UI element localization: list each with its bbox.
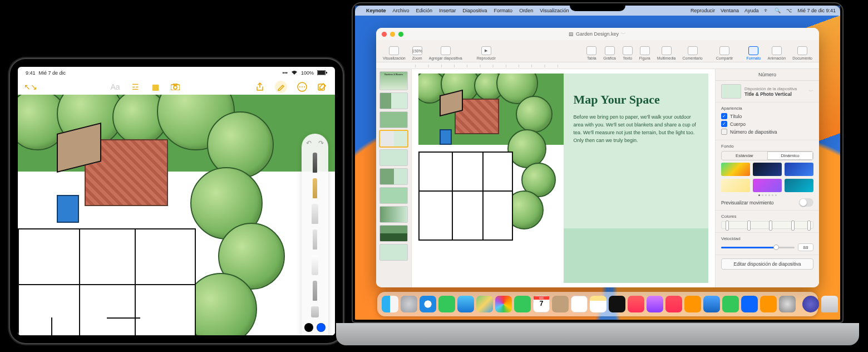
add-slide-button[interactable]: Agregar diapositiva	[427, 46, 465, 60]
color-blue[interactable]	[317, 323, 326, 332]
color-black[interactable]	[304, 323, 313, 332]
document-button[interactable]: Documento	[790, 46, 815, 60]
font-style-button[interactable]: Aa	[110, 82, 120, 92]
dock-music[interactable]	[628, 296, 644, 312]
dock-photos[interactable]	[495, 296, 512, 312]
menu-ayuda[interactable]: Ayuda	[744, 8, 758, 13]
seg-standard[interactable]: Estándar	[722, 151, 767, 160]
dock-launchpad[interactable]	[401, 296, 417, 312]
dock-safari[interactable]	[420, 296, 436, 312]
menu-archivo[interactable]: Archivo	[393, 8, 410, 13]
chevron-down-icon[interactable]: ﹀	[808, 88, 813, 95]
dock-appstore[interactable]	[703, 296, 720, 312]
slide-navigator[interactable]: Gardens & Blooms	[376, 69, 412, 287]
swatch-3[interactable]	[785, 163, 813, 176]
redo-icon[interactable]: ↷	[318, 139, 324, 147]
shape-button[interactable]: Figura	[637, 46, 653, 60]
markup-icon[interactable]	[275, 81, 287, 93]
dock-news[interactable]	[665, 296, 682, 312]
slide-thumb-4[interactable]	[379, 130, 408, 147]
share-icon[interactable]	[255, 82, 265, 92]
eraser-tool[interactable]	[312, 255, 318, 275]
speed-slider[interactable]	[721, 247, 795, 248]
slide-thumb-5[interactable]	[379, 149, 408, 166]
slide-thumb-9[interactable]	[379, 225, 408, 242]
dock-settings[interactable]	[779, 296, 796, 312]
menu-diapositiva[interactable]: Diapositiva	[463, 8, 487, 13]
lasso-tool[interactable]	[313, 281, 317, 301]
menu-ventana[interactable]: Ventana	[721, 8, 739, 13]
slide-heading[interactable]: Map Your Space	[574, 92, 699, 107]
spotlight-icon[interactable]: 🔍	[775, 8, 781, 13]
menu-insertar[interactable]: Insertar	[439, 8, 456, 13]
close-icon[interactable]	[382, 32, 387, 37]
share-button[interactable]: Compartir	[714, 46, 736, 60]
notes-canvas[interactable]: ↶ ↷ ✚	[18, 95, 335, 335]
dock-books[interactable]	[684, 296, 701, 312]
title-checkbox[interactable]: ✓	[721, 113, 727, 119]
slide-thumb-1[interactable]: Gardens & Blooms	[379, 71, 408, 90]
ruler-tool[interactable]	[311, 306, 319, 317]
swatch-4[interactable]	[721, 179, 750, 192]
slide-thumb-8[interactable]	[379, 206, 408, 223]
dock-mail[interactable]	[457, 296, 474, 312]
dock-numbers[interactable]	[722, 296, 739, 312]
minimize-icon[interactable]	[390, 32, 395, 37]
table-icon[interactable]: ▦	[150, 82, 160, 92]
slide-thumb-6[interactable]	[379, 168, 408, 185]
camera-icon[interactable]	[170, 82, 180, 92]
slide-thumb-7[interactable]	[379, 187, 408, 204]
marker-tool[interactable]	[312, 204, 318, 224]
swatch-6[interactable]	[785, 179, 813, 192]
dock-downloads[interactable]	[802, 296, 819, 312]
format-button[interactable]: Formato	[744, 46, 763, 60]
undo-icon[interactable]: ↶	[306, 139, 312, 147]
control-center-icon[interactable]: ⌥	[786, 8, 792, 13]
dock-podcasts[interactable]	[647, 296, 663, 312]
slide-thumb-3[interactable]	[379, 111, 408, 128]
collapse-icon[interactable]: ↖↘	[26, 82, 36, 92]
pencil-tool[interactable]	[313, 178, 317, 198]
dock-pages[interactable]	[760, 296, 777, 312]
comment-button[interactable]: Comentario	[680, 46, 705, 60]
dock-contacts[interactable]	[552, 296, 569, 312]
background-segmented[interactable]: Estándar Dinámico	[721, 151, 813, 160]
menu-edicion[interactable]: Edición	[416, 8, 433, 13]
media-button[interactable]: Multimedia	[655, 46, 678, 60]
dock-calendar[interactable]: DIC7	[533, 296, 550, 312]
dock-maps[interactable]	[476, 296, 493, 312]
slide-body[interactable]: Before we bring pen to paper, we'll walk…	[574, 114, 699, 145]
text-button[interactable]: Texto	[620, 46, 635, 60]
window-titlebar[interactable]: ▤ Garden Design.key ﹀	[376, 28, 819, 40]
menu-formato[interactable]: Formato	[494, 8, 513, 13]
view-button[interactable]: Visualización	[381, 46, 408, 60]
dock-notes[interactable]	[590, 296, 606, 312]
slide-thumb-2[interactable]	[379, 92, 408, 109]
swatch-1[interactable]	[721, 163, 750, 176]
gradient-editor[interactable]	[721, 221, 813, 229]
slide-thumb-10[interactable]	[379, 244, 408, 261]
app-menu[interactable]: Keynote	[366, 8, 386, 13]
speed-value[interactable]: 88	[798, 243, 813, 251]
preview-motion-toggle[interactable]	[799, 198, 813, 207]
dock-messages[interactable]	[438, 296, 455, 312]
table-button[interactable]: Tabla	[584, 46, 599, 60]
swatch-2[interactable]	[753, 163, 782, 176]
crayon-tool[interactable]	[313, 229, 317, 250]
pen-tool[interactable]	[313, 153, 317, 173]
animate-button[interactable]: Animación	[766, 46, 788, 60]
checklist-icon[interactable]: ☲	[130, 82, 140, 92]
more-icon[interactable]	[297, 82, 307, 92]
dock-keynote[interactable]	[741, 296, 758, 312]
slidenum-checkbox[interactable]	[721, 129, 727, 135]
seg-dynamic[interactable]: Dinámico	[767, 151, 813, 160]
dock-finder[interactable]	[382, 296, 398, 312]
layout-thumbnail[interactable]	[721, 84, 741, 99]
dock-facetime[interactable]	[514, 296, 531, 312]
menu-orden[interactable]: Orden	[519, 8, 533, 13]
play-button[interactable]: ▶Reproducir	[475, 46, 498, 60]
menu-visualizacion[interactable]: Visualización	[540, 8, 569, 13]
slide-canvas[interactable]: Map Your Space Before we bring pen to pa…	[412, 69, 716, 287]
wifi-icon[interactable]: ᯤ	[764, 8, 769, 13]
body-checkbox[interactable]: ✓	[721, 121, 727, 127]
